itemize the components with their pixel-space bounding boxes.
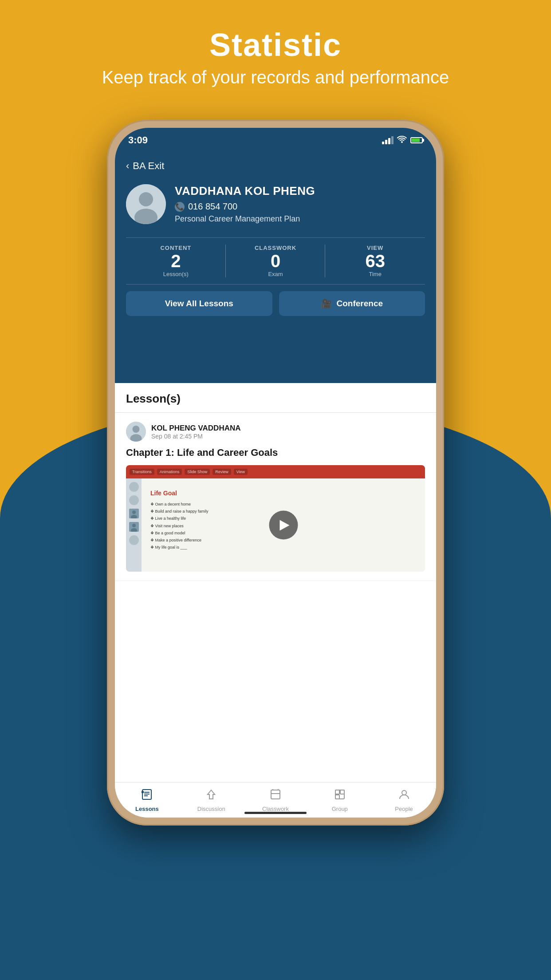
battery-icon bbox=[410, 137, 423, 143]
stat-classwork-sublabel: Exam bbox=[228, 271, 323, 277]
lessons-icon bbox=[141, 788, 153, 804]
lesson-item[interactable]: KOL PHENG VADDHANA Sep 08 at 2:45 PM Cha… bbox=[115, 413, 436, 581]
toolbar-tab-1: Transitions bbox=[130, 469, 154, 475]
discussion-icon bbox=[205, 788, 217, 804]
nav-lessons[interactable]: Lessons bbox=[115, 785, 179, 816]
people-icon bbox=[398, 788, 410, 804]
svg-point-1 bbox=[139, 192, 153, 206]
thumbnail-sidebar bbox=[126, 478, 142, 572]
home-indicator bbox=[244, 812, 307, 814]
lesson-thumbnail[interactable]: Transitions Animations Slide Show Review… bbox=[126, 465, 425, 572]
stat-content-sublabel: Lesson(s) bbox=[128, 271, 224, 277]
lesson-date: Sep 08 at 2:45 PM bbox=[151, 433, 241, 440]
classwork-icon bbox=[269, 788, 282, 804]
nav-classwork[interactable]: Classwork bbox=[244, 785, 308, 816]
nav-classwork-label: Classwork bbox=[262, 806, 289, 812]
back-label: BA Exit bbox=[133, 160, 164, 172]
svg-rect-16 bbox=[142, 791, 144, 793]
stat-view-label: VIEW bbox=[327, 245, 423, 251]
svg-point-7 bbox=[132, 510, 136, 514]
stat-content: CONTENT 2 Lesson(s) bbox=[126, 238, 226, 284]
lesson-chapter-title: Chapter 1: Life and Career Goals bbox=[126, 447, 425, 458]
svg-rect-20 bbox=[340, 790, 344, 794]
view-all-lessons-button[interactable]: View All Lessons bbox=[126, 291, 272, 316]
signal-icon bbox=[382, 136, 394, 144]
phone-frame: 3:09 bbox=[107, 120, 444, 826]
page-title: Statistic bbox=[0, 27, 551, 63]
slide-title: Life Goal bbox=[150, 490, 177, 497]
play-triangle-icon bbox=[279, 520, 289, 530]
stat-classwork-label: CLASSWORK bbox=[228, 245, 323, 251]
stats-row: CONTENT 2 Lesson(s) CLASSWORK 0 Exam VIE… bbox=[126, 237, 425, 285]
thumbnail-content: Life Goal ❖ Own a decent home ❖ Build an… bbox=[126, 478, 425, 572]
lessons-section-title: Lesson(s) bbox=[126, 392, 425, 406]
lesson-author-info: KOL PHENG VADDHANA Sep 08 at 2:45 PM bbox=[151, 424, 241, 440]
svg-rect-19 bbox=[335, 790, 339, 794]
lesson-author-row: KOL PHENG VADDHANA Sep 08 at 2:45 PM bbox=[126, 422, 425, 442]
profile-subtitle: Personal Career Management Plan bbox=[175, 214, 425, 224]
avatar bbox=[126, 184, 166, 224]
status-time: 3:09 bbox=[128, 134, 148, 146]
nav-group[interactable]: Group bbox=[307, 785, 372, 816]
toolbar-tab-4: Review bbox=[213, 469, 231, 475]
conference-button[interactable]: 🎥 Conference bbox=[279, 291, 425, 316]
back-button[interactable]: ‹ BA Exit bbox=[115, 152, 436, 180]
lessons-header: Lesson(s) bbox=[115, 383, 436, 413]
thumbnail-slide: Life Goal ❖ Own a decent home ❖ Build an… bbox=[142, 478, 425, 572]
toolbar-tab-3: Slide Show bbox=[185, 469, 210, 475]
status-icons bbox=[382, 136, 423, 145]
stat-view: VIEW 63 Time bbox=[325, 238, 425, 284]
nav-lessons-label: Lessons bbox=[135, 806, 159, 812]
lesson-author-name: KOL PHENG VADDHANA bbox=[151, 424, 241, 433]
phone-notch bbox=[231, 128, 320, 143]
svg-point-4 bbox=[133, 426, 140, 433]
thumbnail-toolbar: Transitions Animations Slide Show Review… bbox=[126, 465, 425, 478]
page-header: Statistic Keep track of your records and… bbox=[0, 27, 551, 87]
svg-rect-21 bbox=[335, 795, 339, 799]
play-button[interactable] bbox=[269, 511, 298, 540]
video-icon: 🎥 bbox=[321, 298, 332, 309]
stat-classwork-value: 0 bbox=[228, 251, 323, 271]
action-buttons: View All Lessons 🎥 Conference bbox=[126, 291, 425, 316]
profile-phone-row: 📞 016 854 700 bbox=[175, 202, 425, 212]
back-arrow-icon: ‹ bbox=[126, 160, 129, 172]
phone-screen: 3:09 bbox=[115, 128, 436, 818]
nav-discussion[interactable]: Discussion bbox=[179, 785, 244, 816]
app-header: ‹ BA Exit VADDHANA KOL PHENG 📞 016 8 bbox=[115, 152, 436, 383]
page-subtitle: Keep track of your records and performan… bbox=[0, 67, 551, 87]
stat-classwork: CLASSWORK 0 Exam bbox=[226, 238, 326, 284]
stat-view-sublabel: Time bbox=[327, 271, 423, 277]
svg-rect-17 bbox=[271, 790, 280, 799]
profile-phone-number: 016 854 700 bbox=[188, 202, 237, 212]
nav-discussion-label: Discussion bbox=[197, 806, 225, 812]
content-area: Lesson(s) KOL PHENG VADDHANA Sep 08 at 2… bbox=[115, 383, 436, 782]
svg-point-22 bbox=[402, 790, 406, 795]
nav-people[interactable]: People bbox=[372, 785, 436, 816]
conference-label: Conference bbox=[336, 299, 383, 308]
slide-content: ❖ Own a decent home ❖ Build and raise a … bbox=[150, 501, 209, 551]
toolbar-tab-2: Animations bbox=[157, 469, 182, 475]
lesson-avatar bbox=[126, 422, 146, 442]
wifi-icon bbox=[397, 136, 407, 145]
group-icon bbox=[334, 788, 346, 804]
svg-point-10 bbox=[132, 524, 136, 527]
profile-info: VADDHANA KOL PHENG 📞 016 854 700 Persona… bbox=[175, 184, 425, 224]
nav-people-label: People bbox=[395, 806, 413, 812]
stat-content-label: CONTENT bbox=[128, 245, 224, 251]
phone-icon: 📞 bbox=[175, 202, 185, 212]
stat-content-value: 2 bbox=[128, 251, 224, 271]
profile-name: VADDHANA KOL PHENG bbox=[175, 184, 425, 198]
stat-view-value: 63 bbox=[327, 251, 423, 271]
toolbar-tab-5: View bbox=[234, 469, 248, 475]
profile-section: VADDHANA KOL PHENG 📞 016 854 700 Persona… bbox=[115, 180, 436, 231]
nav-group-label: Group bbox=[332, 806, 348, 812]
